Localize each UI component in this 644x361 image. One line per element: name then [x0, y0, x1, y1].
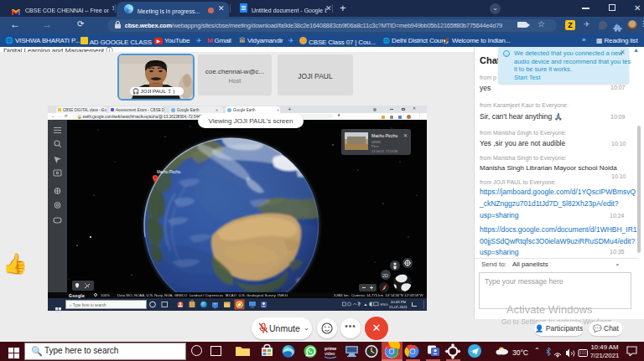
svg-text:2D: 2D	[382, 273, 388, 278]
svg-text:video: video	[325, 351, 335, 356]
svg-text:✕: ✕	[403, 133, 408, 138]
svg-text:Peru: Peru	[371, 144, 378, 148]
svg-text:Machu Picchu: Machu Picchu	[157, 170, 181, 174]
svg-text:30°C: 30°C	[512, 348, 528, 357]
svg-text:Machu Picchu: Machu Picchu	[371, 133, 398, 138]
svg-text:13.1613, 72.54'W: 13.1613, 72.54'W	[371, 149, 397, 153]
